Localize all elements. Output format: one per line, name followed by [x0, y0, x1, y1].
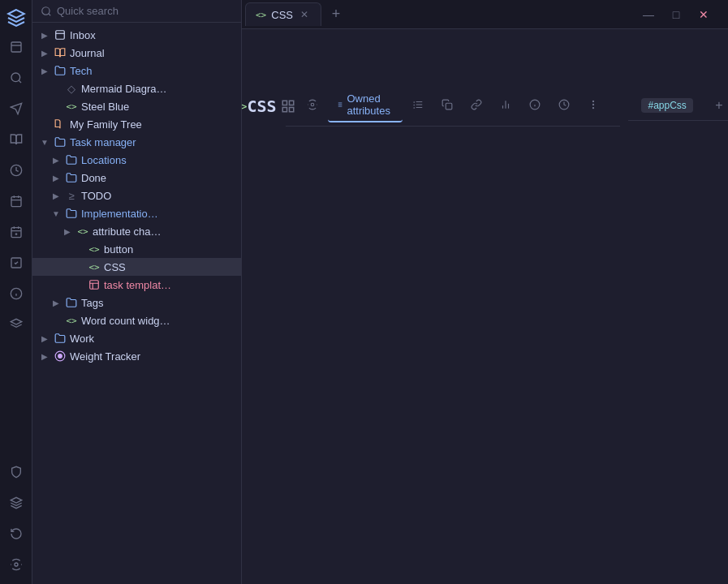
tree-item-label: button — [104, 243, 235, 256]
maximize-button[interactable]: □ — [665, 3, 687, 26]
tree-item-done[interactable]: ▶ Done — [32, 169, 241, 187]
chevron-down-icon: ▼ — [50, 208, 62, 219]
chevron-right-icon: ▶ — [39, 65, 50, 76]
tree-item-journal[interactable]: ▶ Journal — [32, 44, 241, 62]
chevron-right-icon: ▶ — [39, 350, 50, 362]
svg-point-30 — [593, 101, 594, 102]
send-icon[interactable] — [3, 96, 29, 122]
toolbar-settings[interactable] — [299, 95, 326, 116]
tree-item-word-count[interactable]: ▶ <> Word count widg… — [32, 311, 241, 329]
tree-item-label: attribute cha… — [93, 225, 235, 238]
tree-item-todo[interactable]: ▶ ≥ TODO — [32, 187, 241, 204]
tree-item-weight-tracker[interactable]: ▶ Weight Tracker — [32, 347, 241, 365]
folder-icon — [65, 207, 78, 220]
chevron-right-icon: ▶ — [50, 190, 62, 201]
tree-item-label: CSS — [104, 261, 235, 273]
toolbar-chart[interactable] — [492, 95, 519, 116]
attribute-badge[interactable]: #appCss — [641, 98, 692, 113]
shield-icon[interactable] — [3, 459, 29, 485]
tree-item-label: Inbox — [70, 29, 235, 41]
calendar-plus-icon[interactable] — [3, 219, 29, 245]
tree-item-tech[interactable]: ▶ Tech — [32, 62, 241, 79]
code-icon: <> — [76, 225, 89, 238]
checkbox-icon[interactable] — [3, 250, 29, 276]
tree-item-inbox[interactable]: ▶ Inbox — [32, 26, 241, 44]
tree-item-mermaid[interactable]: ▶ ◇ Mermaid Diagra… — [32, 79, 241, 97]
tree-item-label: Done — [81, 172, 235, 184]
tree-item-locations[interactable]: ▶ Locations — [32, 151, 241, 169]
settings-icon[interactable] — [3, 552, 29, 578]
window-controls: — □ ✕ — [627, 3, 725, 26]
toolbar-more[interactable] — [579, 95, 607, 116]
new-note-icon[interactable] — [3, 34, 29, 60]
page-title: CSS — [247, 97, 276, 116]
close-button[interactable]: ✕ — [692, 3, 715, 26]
toolbar-inherited[interactable] — [404, 95, 432, 116]
folder-icon — [65, 153, 78, 166]
tab-bar: <> CSS ✕ + — □ ✕ — [242, 0, 728, 29]
tab-label: CSS — [271, 9, 293, 21]
add-attribute-button[interactable]: + — [709, 96, 728, 115]
toolbar-history[interactable] — [550, 95, 578, 116]
tree-item-task-template[interactable]: ▶ task templat… — [32, 276, 241, 294]
tab-css[interactable]: <> CSS ✕ — [245, 2, 321, 26]
tree-item-task-manager[interactable]: ▼ Task manager — [32, 133, 241, 151]
tree-item-label: Journal — [70, 47, 235, 59]
tree-item-label: Word count widg… — [81, 315, 235, 327]
tree-item-label: Tech — [70, 65, 235, 77]
minimize-button[interactable]: — — [637, 3, 660, 26]
icon-rail — [0, 0, 32, 584]
refresh-icon[interactable] — [3, 521, 29, 547]
nav-code-icon: <> CSS — [255, 95, 278, 118]
toolbar: Owned attributes — [286, 85, 620, 127]
toolbar-info[interactable] — [521, 95, 549, 116]
search-icon[interactable] — [3, 65, 29, 91]
add-tab-button[interactable]: + — [325, 3, 347, 26]
toolbar-link[interactable] — [463, 95, 490, 116]
toolbar-duplicate[interactable] — [433, 95, 461, 116]
toolbar-owned-attributes[interactable]: Owned attributes — [328, 88, 403, 122]
tree-item-attribute-change[interactable]: ▶ <> attribute cha… — [32, 222, 241, 240]
file-tree: ▶ Inbox ▶ Journal ▶ Tech ▶ ◇ Mermaid Dia… — [32, 23, 241, 584]
tree-item-label: Weight Tracker — [70, 350, 235, 363]
tab-code-icon: <> — [256, 10, 266, 20]
tab-close-button[interactable]: ✕ — [298, 8, 311, 21]
layers2-icon[interactable] — [3, 490, 29, 516]
folder-icon — [65, 296, 78, 309]
tree-item-work[interactable]: ▶ Work — [32, 329, 241, 347]
tree-item-label: My Family Tree — [70, 118, 235, 131]
tree-item-label: Mermaid Diagra… — [81, 83, 235, 95]
code-icon: <> — [88, 243, 101, 256]
tree-item-tags[interactable]: ▶ Tags — [32, 294, 241, 311]
circle-info-icon[interactable] — [3, 281, 29, 307]
book-icon[interactable] — [3, 127, 29, 152]
svg-rect-4 — [11, 228, 21, 238]
svg-rect-0 — [11, 42, 21, 52]
svg-point-12 — [58, 354, 62, 359]
code-icon: <> — [65, 314, 78, 327]
sidebar-header: Quick search — [32, 0, 241, 23]
chevron-right-icon: ▶ — [39, 47, 50, 58]
tree-item-implementation[interactable]: ▼ Implementatio… — [32, 204, 241, 222]
svg-rect-3 — [11, 197, 21, 207]
tree-item-steel-blue[interactable]: ▶ <> Steel Blue — [32, 97, 241, 115]
tree-item-css[interactable]: ▶ <> CSS — [32, 258, 241, 276]
file-tree-sidebar: Quick search ▶ Inbox ▶ Journal ▶ Tech — [32, 0, 242, 584]
chevron-right-icon: ▶ — [39, 29, 50, 41]
chevron-right-icon: ▶ — [50, 297, 62, 308]
toolbar-owned-attributes-label: Owned attributes — [347, 92, 394, 117]
calendar-icon[interactable] — [3, 188, 29, 214]
svg-point-32 — [593, 108, 594, 109]
code-icon: <> — [65, 100, 78, 113]
code-icon: <> — [88, 260, 101, 273]
chevron-right-icon: ▶ — [39, 333, 50, 344]
folder-icon — [65, 171, 78, 184]
tree-item-family-tree[interactable]: ▶ My Family Tree — [32, 115, 241, 133]
tree-item-button[interactable]: ▶ <> button — [32, 240, 241, 258]
clock-icon[interactable] — [3, 157, 29, 183]
svg-point-17 — [311, 104, 314, 107]
search-bar[interactable]: Quick search — [41, 5, 233, 17]
layers-icon[interactable] — [3, 311, 29, 337]
chevron-down-icon: ▼ — [39, 136, 50, 148]
svg-point-1 — [11, 73, 20, 82]
